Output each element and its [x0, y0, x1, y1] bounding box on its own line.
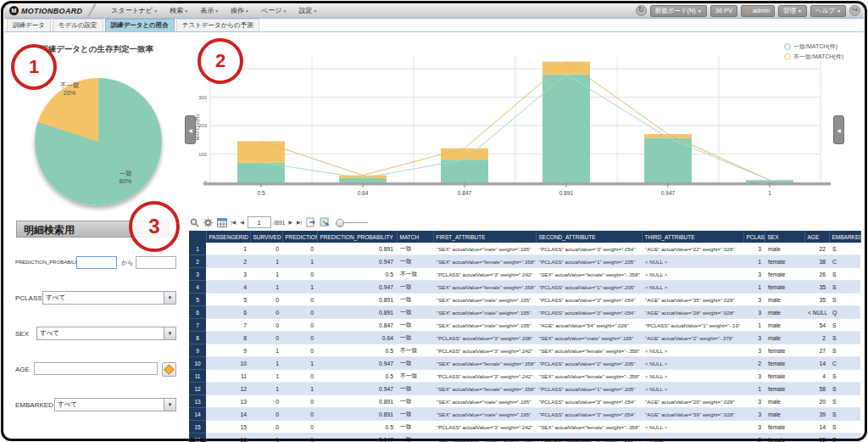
menu-item-検索[interactable]: 検索▼ — [170, 6, 188, 15]
table-cell: 35 — [804, 294, 829, 306]
export-file-icon[interactable] — [305, 217, 316, 228]
chevron-down-icon[interactable]: ▼ — [164, 327, 175, 339]
column-header-PREDICTION[interactable]: PREDICTION — [282, 231, 317, 243]
table-row[interactable]: 1313000.891一致"SEX" actualValue="male" we… — [189, 395, 860, 408]
menu-item-表示[interactable]: 表示▼ — [200, 6, 219, 15]
table-row[interactable]: 44110.947一致"SEX" actualValue="female" we… — [189, 281, 860, 294]
gear-icon[interactable] — [203, 217, 214, 228]
prediction-probability-from-input[interactable] — [76, 256, 117, 269]
menu-item-操作[interactable]: 操作▼ — [231, 6, 249, 15]
menu-item-設定[interactable]: 設定▼ — [298, 6, 317, 15]
column-header-THIRD_ATTRIBUTE[interactable]: THIRD_ATTRIBUTE — [642, 231, 743, 243]
table-row[interactable]: 1515000.5一致"PCLASS" actualValue="3" weig… — [189, 421, 860, 434]
column-header-SURVIVED[interactable]: SURVIVED — [250, 231, 282, 243]
column-header-PCLASS[interactable]: PCLASS — [743, 231, 765, 243]
table-row[interactable]: 66000.891一致"SEX" actualValue="male" weig… — [189, 306, 860, 319]
tab-テストデータからの予測[interactable]: テストデータからの予測 — [176, 19, 259, 31]
table-cell: 7 — [206, 319, 250, 332]
bar-segment-match[interactable] — [237, 163, 285, 182]
age-input[interactable] — [34, 362, 158, 375]
bar-segment-mismatch[interactable] — [441, 148, 488, 159]
table-cell: male — [765, 319, 804, 332]
topbar-button-36 PV[interactable]: 36 PV — [710, 5, 737, 17]
topbar-button-新規ボード(N)[interactable]: 新規ボード(N)▼ — [650, 5, 707, 17]
menu-item-ページ[interactable]: ページ▼ — [261, 6, 287, 15]
refresh-icon[interactable]: ↻ — [636, 5, 647, 16]
column-header-SECOND_ATTRIBUTE[interactable]: SECOND_ATTRIBUTE — [536, 231, 642, 243]
menu-item-スタートナビ[interactable]: スタートナビ▼ — [111, 6, 158, 15]
table-cell: 0 — [250, 395, 282, 408]
table-cell: Q — [829, 306, 860, 319]
table-row[interactable]: 22110.947一致"SEX" actualValue="female" we… — [189, 255, 860, 268]
table-cell: 1 — [743, 255, 765, 268]
first-page-button[interactable]: |◀ — [230, 217, 236, 228]
grid-view-icon[interactable] — [216, 217, 227, 228]
table-cell: 4 — [206, 281, 250, 294]
topbar-button-管理[interactable]: 管理▼ — [778, 5, 807, 17]
bar-segment-mismatch[interactable] — [542, 62, 590, 75]
table-row[interactable]: 55000.891一致"SEX" actualValue="male" weig… — [189, 294, 860, 306]
table-row[interactable]: 33100.5不一致"PCLASS" actualValue="3" weigh… — [189, 268, 860, 281]
table-row[interactable]: 1010110.947一致"SEX" actualValue="female" … — [189, 357, 860, 370]
column-header-FIRST_ATTRIBUTE[interactable]: FIRST_ATTRIBUTE — [433, 231, 536, 243]
table-row[interactable]: 99100.5不一致"PCLASS" actualValue="3" weigh… — [189, 344, 860, 357]
bar-segment-mismatch[interactable] — [237, 141, 285, 162]
topbar-button-ヘルプ[interactable]: ヘルプ▼ — [810, 5, 846, 17]
page-number-input[interactable] — [248, 216, 271, 228]
column-header-PREDICTION_PROBABILITY[interactable]: PREDICTION_PROBABILITY — [317, 231, 397, 243]
embarked-select[interactable]: すべて ▼ — [54, 398, 176, 411]
prediction-probability-to-input[interactable] — [136, 256, 176, 269]
column-header-SEX[interactable]: SEX — [765, 231, 804, 243]
bar-segment-mismatch[interactable] — [644, 134, 692, 137]
last-page-button[interactable]: ▶| — [296, 217, 303, 228]
bar-segment-match[interactable] — [542, 75, 590, 182]
column-header-EMBARKED[interactable]: EMBARKED — [829, 231, 860, 243]
tab-モデルの設定[interactable]: モデルの設定 — [53, 19, 103, 31]
legend-label: 一致/MATCH(件) — [793, 42, 837, 51]
zoom-slider-knob[interactable] — [336, 219, 344, 227]
table-row[interactable]: 77000.847一致"SEX" actualValue="male" weig… — [189, 319, 860, 332]
table-row[interactable]: 1414000.891一致"SEX" actualValue="male" we… — [189, 408, 860, 421]
tab-訓練データ[interactable]: 訓練データ — [7, 19, 51, 31]
table-cell: "PCLASS" actualValue="1" weight=".205" — [536, 383, 642, 395]
chevron-down-icon[interactable]: ▼ — [164, 292, 175, 304]
table-cell: 0 — [282, 408, 317, 421]
prev-page-button[interactable]: ◀ — [239, 217, 245, 228]
table-row[interactable]: 1616110.947一致"SEX" actualValue="female" … — [189, 434, 860, 442]
pclass-select[interactable]: すべて ▼ — [42, 291, 176, 305]
column-header-PASSENGERID[interactable]: PASSENGERID — [206, 231, 250, 243]
sex-select[interactable]: すべて ▼ — [36, 327, 176, 340]
age-picker-button[interactable] — [162, 362, 176, 377]
row-number-cell: 4 — [189, 281, 206, 294]
tab-訓練データとの照合[interactable]: 訓練データとの照合 — [105, 19, 175, 31]
row-number-cell: 2 — [189, 255, 206, 268]
export-image-icon[interactable] — [319, 217, 330, 228]
bar-segment-match[interactable] — [339, 178, 387, 182]
topbar-button-admin[interactable]: ⌂admin — [741, 5, 775, 17]
bar-segment-match[interactable] — [746, 180, 793, 182]
table-cell: male — [765, 306, 804, 319]
column-header-MATCH[interactable]: MATCH — [397, 231, 433, 243]
annotation-circle-1: 1 — [11, 44, 57, 90]
column-header-AGE[interactable]: AGE — [804, 231, 829, 243]
table-cell: 2 — [743, 434, 765, 442]
table-cell: 26 — [804, 268, 829, 281]
legend-marker-icon — [784, 53, 791, 60]
table-cell: "SEX" actualValue="male" weight=".195" — [433, 294, 536, 306]
table-cell: 0 — [282, 421, 317, 434]
table-cell: 2 — [804, 332, 829, 344]
table-row[interactable]: 88000.64一致"PCLASS" actualValue="3" weigh… — [189, 332, 860, 344]
table-cell: "PCLASS" actualValue="1" weight=".205" — [536, 255, 642, 268]
logout-icon[interactable]: ↪ — [849, 5, 860, 16]
table-row[interactable]: 1111100.5不一致"PCLASS" actualValue="3" wei… — [189, 370, 860, 383]
next-page-button[interactable]: ▶ — [287, 217, 293, 228]
chevron-down-icon: ▼ — [798, 8, 802, 14]
table-row[interactable]: 1212110.947一致"SEX" actualValue="female" … — [189, 383, 860, 395]
table-cell: 一致 — [397, 421, 433, 434]
chevron-down-icon[interactable]: ▼ — [164, 399, 175, 411]
chart-panel-collapse-handle[interactable]: ◀ — [833, 115, 844, 144]
table-row[interactable]: 11000.891一致"SEX" actualValue="male" weig… — [189, 243, 860, 255]
search-icon[interactable] — [189, 217, 200, 228]
pie-panel-collapse-handle[interactable]: ◀ — [185, 115, 196, 144]
zoom-slider[interactable] — [336, 217, 370, 228]
